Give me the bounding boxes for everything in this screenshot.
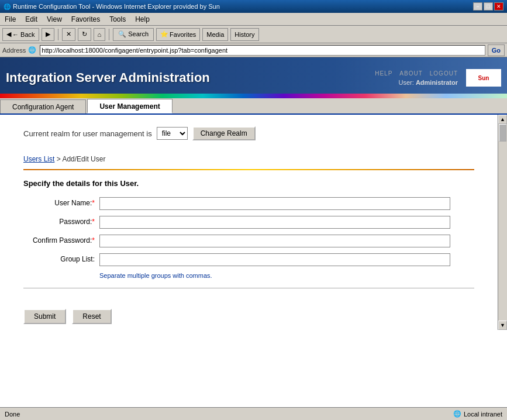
title-bar: 🌐 Runtime Configuration Tool - Windows I… — [0, 0, 507, 13]
group-list-hint: Separate multiple groups with commas. — [99, 272, 474, 279]
status-right: 🌐 Local intranet — [453, 410, 502, 418]
username-label: User Name:* — [23, 197, 99, 207]
realm-section: Current realm for user management is fil… — [0, 115, 498, 149]
form-divider — [23, 288, 474, 288]
header-links: HELP ABOUT LOGOUT User: Administrator — [375, 70, 458, 86]
scroll-thumb[interactable] — [499, 124, 506, 142]
confirm-password-label: Confirm Password:* — [23, 235, 99, 245]
menu-file[interactable]: File — [2, 14, 18, 25]
history-label: History — [234, 31, 254, 38]
scroll-up-button[interactable]: ▲ — [498, 115, 507, 124]
search-icon: 🔍 — [118, 30, 126, 37]
favorites-label: Favorites — [170, 31, 196, 38]
confirm-password-input[interactable] — [99, 235, 450, 247]
username-required: * — [92, 199, 95, 207]
home-button[interactable]: ⌂ — [94, 28, 106, 41]
menu-help[interactable]: Help — [133, 14, 152, 25]
about-link[interactable]: ABOUT — [399, 70, 422, 77]
form-section: Specify the details for this User. User … — [0, 173, 498, 303]
menu-favorites[interactable]: Favorites — [69, 14, 102, 25]
history-button[interactable]: History — [230, 28, 258, 41]
username-row: User Name:* — [23, 197, 474, 210]
address-icon: 🌐 — [28, 46, 36, 54]
favorites-button[interactable]: ⭐ Favorites — [156, 28, 200, 41]
realm-text: Current realm for user management is — [23, 129, 152, 138]
back-icon: ◀ — [6, 30, 11, 38]
close-button[interactable]: ✕ — [494, 2, 503, 11]
reset-button[interactable]: Reset — [72, 309, 111, 324]
menu-bar: File Edit View Favorites Tools Help — [0, 13, 507, 26]
menu-view[interactable]: View — [44, 14, 64, 25]
zone-text: Local intranet — [464, 411, 502, 418]
logout-link[interactable]: LOGOUT — [430, 70, 458, 77]
refresh-button[interactable]: ↻ — [78, 28, 91, 41]
confirm-password-row: Confirm Password:* — [23, 235, 474, 247]
user-label: User: — [399, 79, 414, 86]
title-bar-controls: − □ ✕ — [473, 2, 503, 11]
search-label: Search — [128, 30, 149, 37]
app-title: Integration Server Administration — [6, 70, 210, 85]
change-realm-button[interactable]: Change Realm — [192, 126, 256, 140]
header-right: HELP ABOUT LOGOUT User: Administrator Su… — [332, 57, 507, 98]
breadcrumb-current: Add/Edit User — [62, 155, 105, 163]
app-header: Integration Server Administration HELP A… — [0, 57, 507, 98]
username-label-text: User Name: — [54, 199, 92, 207]
realm-select[interactable]: file ldap nt — [157, 127, 188, 140]
breadcrumb: Users List > Add/Edit User — [23, 155, 474, 163]
user-info: User: Administrator — [399, 79, 458, 86]
section-divider-top — [23, 169, 474, 170]
confirm-password-required: * — [92, 236, 95, 245]
search-button[interactable]: 🔍 Search — [113, 28, 154, 41]
breadcrumb-section: Users List > Add/Edit User — [0, 149, 498, 166]
nav-tabs: Configuration Agent User Management — [0, 98, 507, 115]
group-list-row: Group List: — [23, 253, 474, 266]
button-section: Submit Reset — [0, 303, 498, 330]
group-list-label-text: Group List: — [60, 255, 95, 263]
media-label: Media — [206, 31, 224, 38]
maximize-button[interactable]: □ — [484, 2, 493, 11]
scroll-down-button[interactable]: ▼ — [498, 321, 507, 330]
tab-configuration-agent[interactable]: Configuration Agent — [0, 99, 86, 113]
color-bar — [0, 94, 507, 98]
title-bar-text: 🌐 Runtime Configuration Tool - Windows I… — [4, 3, 220, 10]
address-bar: Address 🌐 Go — [0, 43, 507, 57]
password-label-text: Password: — [59, 218, 92, 226]
window-title: Runtime Configuration Tool - Windows Int… — [13, 3, 220, 10]
username-display: Administrator — [416, 79, 458, 86]
group-list-input[interactable] — [99, 253, 450, 266]
password-row: Password:* — [23, 216, 474, 229]
zone-icon: 🌐 — [453, 410, 461, 418]
minimize-button[interactable]: − — [473, 2, 482, 11]
username-input[interactable] — [99, 197, 450, 210]
submit-button[interactable]: Submit — [23, 309, 66, 324]
toolbar-separator-1 — [58, 29, 58, 40]
password-required: * — [92, 218, 95, 226]
back-button[interactable]: ◀ ← Back — [2, 28, 39, 41]
header-nav-links: HELP ABOUT LOGOUT — [375, 70, 458, 77]
sun-logo: Sun — [466, 69, 501, 87]
scroll-track — [498, 124, 507, 321]
menu-tools[interactable]: Tools — [107, 14, 128, 25]
address-label: Address — [2, 47, 26, 54]
tab-user-management[interactable]: User Management — [87, 99, 172, 113]
forward-button[interactable]: ▶ — [42, 28, 54, 41]
scrollbar: ▲ ▼ — [498, 115, 507, 330]
confirm-password-label-text: Confirm Password: — [33, 236, 92, 245]
go-button[interactable]: Go — [488, 44, 505, 56]
content-wrapper: Current realm for user management is fil… — [0, 115, 507, 330]
group-list-label: Group List: — [23, 253, 99, 263]
form-title: Specify the details for this User. — [23, 179, 474, 188]
users-list-link[interactable]: Users List — [23, 155, 54, 163]
stop-button[interactable]: ✕ — [62, 28, 75, 41]
help-link[interactable]: HELP — [375, 70, 392, 77]
status-bar: Done 🌐 Local intranet — [0, 407, 507, 420]
menu-edit[interactable]: Edit — [23, 14, 40, 25]
address-input[interactable] — [40, 45, 485, 56]
back-label: ← Back — [12, 31, 35, 38]
scroll-area: Current realm for user management is fil… — [0, 115, 498, 330]
media-button[interactable]: Media — [202, 28, 228, 41]
toolbar-separator-2 — [109, 29, 109, 40]
password-input[interactable] — [99, 216, 450, 229]
breadcrumb-separator: > — [57, 155, 61, 163]
toolbar: ◀ ← Back ▶ ✕ ↻ ⌂ 🔍 Search ⭐ Favorites Me… — [0, 26, 507, 43]
